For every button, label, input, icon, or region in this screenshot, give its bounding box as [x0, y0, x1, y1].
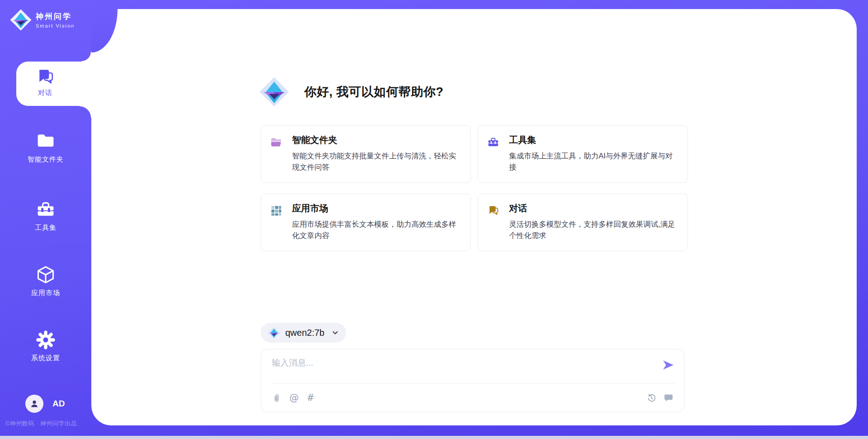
- card-title: 工具集: [509, 134, 679, 146]
- sidebar-item-app-market[interactable]: 应用市场: [0, 265, 91, 297]
- chat-icon: [36, 67, 55, 86]
- model-name: qwen2:7b: [285, 328, 325, 338]
- sidebar-item-label: 智能文件夹: [0, 155, 91, 164]
- sidebar-item-settings[interactable]: 系统设置: [0, 330, 91, 363]
- grid-icon: [270, 205, 282, 217]
- user-profile[interactable]: AD: [25, 395, 65, 413]
- greeting-block: 你好, 我可以如何帮助你?: [259, 75, 443, 109]
- card-description: 应用市场提供丰富长文本模板，助力高效生成多样化文章内容: [292, 219, 462, 241]
- bottom-edge-strip: [0, 436, 868, 439]
- message-input[interactable]: [272, 358, 651, 368]
- hashtag-icon[interactable]: #: [307, 392, 315, 403]
- sidebar: 神州问学 Smart Vision 对话 智能文件夹 工具集: [0, 0, 91, 439]
- avatar: [25, 395, 43, 413]
- toolbox-icon: [487, 136, 499, 148]
- sidebar-item-smart-folder[interactable]: 智能文件夹: [0, 131, 91, 164]
- sidebar-item-label: 工具集: [0, 224, 91, 232]
- app-logo-icon: [259, 75, 289, 109]
- main-panel: 你好, 我可以如何帮助你? 智能文件夹 智能文件夹功能支持批量文件上传与清洗，轻…: [91, 9, 857, 425]
- sidebar-item-label: 系统设置: [0, 354, 91, 363]
- brand-logo-icon: [10, 9, 32, 31]
- card-description: 智能文件夹功能支持批量文件上传与清洗，轻松实现文件问答: [292, 150, 462, 173]
- composer: @ #: [260, 349, 684, 412]
- card-toolset[interactable]: 工具集 集成市场上主流工具，助力AI与外界无缝扩展与对接: [477, 125, 688, 183]
- card-title: 应用市场: [292, 202, 462, 215]
- brand: 神州问学 Smart Vision: [10, 9, 75, 31]
- folder-icon: [36, 131, 56, 151]
- sidebar-item-toolset[interactable]: 工具集: [0, 200, 91, 232]
- cube-icon: [36, 265, 56, 285]
- main-content: 你好, 我可以如何帮助你? 智能文件夹 智能文件夹功能支持批量文件上传与清洗，轻…: [260, 9, 688, 425]
- history-icon[interactable]: [646, 393, 656, 403]
- greeting-text: 你好, 我可以如何帮助你?: [304, 84, 443, 100]
- attach-icon[interactable]: [272, 393, 282, 403]
- composer-toolbar: @ #: [270, 383, 675, 412]
- sidebar-item-label: 应用市场: [0, 289, 91, 297]
- card-smart-folder[interactable]: 智能文件夹 智能文件夹功能支持批量文件上传与清洗，轻松实现文件问答: [260, 125, 471, 183]
- user-initials: AD: [52, 399, 65, 409]
- toolbox-icon: [36, 200, 56, 220]
- sidebar-item-chat[interactable]: 对话: [16, 62, 92, 106]
- sidebar-footer-text: ©神州数码 · 神州问学出品: [5, 420, 77, 428]
- chevron-down-icon: [332, 329, 339, 336]
- gear-icon: [36, 330, 56, 350]
- sidebar-item-label: 对话: [38, 89, 52, 97]
- card-description: 集成市场上主流工具，助力AI与外界无缝扩展与对接: [509, 150, 679, 173]
- mention-icon[interactable]: @: [289, 392, 299, 403]
- model-selector[interactable]: qwen2:7b: [260, 323, 346, 343]
- card-title: 对话: [509, 202, 679, 215]
- model-logo-icon: [268, 327, 280, 339]
- chat-icon: [487, 205, 499, 217]
- brand-name: 神州问学: [36, 11, 75, 22]
- send-icon[interactable]: [662, 359, 674, 371]
- person-icon: [29, 398, 40, 409]
- card-chat[interactable]: 对话 灵活切换多模型文件，支持多样回复效果调试,满足个性化需求: [477, 194, 688, 251]
- composer-right-tools: [646, 393, 673, 403]
- chat-bubble-icon[interactable]: [663, 393, 673, 403]
- folder-icon: [270, 136, 282, 148]
- card-title: 智能文件夹: [292, 134, 462, 146]
- card-app-market[interactable]: 应用市场 应用市场提供丰富长文本模板，助力高效生成多样化文章内容: [260, 194, 471, 251]
- brand-subtitle: Smart Vision: [36, 23, 75, 29]
- card-description: 灵活切换多模型文件，支持多样回复效果调试,满足个性化需求: [509, 219, 679, 241]
- feature-cards: 智能文件夹 智能文件夹功能支持批量文件上传与清洗，轻松实现文件问答 工具集: [260, 125, 688, 251]
